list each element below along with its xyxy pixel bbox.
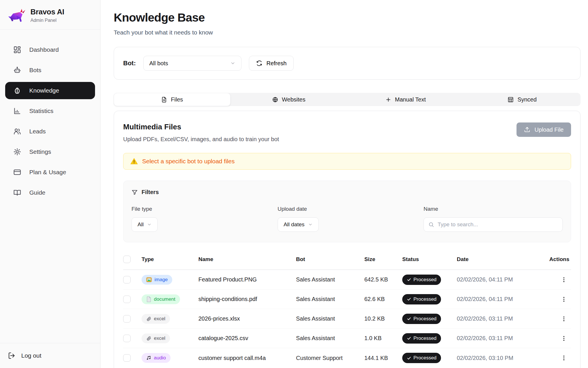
col-date: Date: [457, 256, 539, 262]
row-checkbox[interactable]: [123, 335, 131, 342]
bot-select-value: All bots: [149, 60, 168, 67]
plus-icon: [385, 97, 391, 103]
ellipsis-vertical-icon: [561, 335, 567, 342]
sidebar-item-guide[interactable]: Guide: [5, 184, 95, 201]
row-checkbox[interactable]: [123, 276, 131, 283]
bot-selector-label: Bot:: [123, 60, 136, 67]
row-checkbox[interactable]: [123, 354, 131, 362]
bull-logo-icon: [8, 8, 26, 23]
sidebar-item-statistics[interactable]: Statistics: [5, 102, 95, 120]
upload-date-label: Upload date: [278, 206, 417, 212]
status-badge: Processed: [402, 314, 441, 324]
sidebar-nav: Dashboard Bots Knowledge Statistics Lead…: [0, 30, 100, 343]
name-search-box: [423, 217, 563, 232]
music-icon: [146, 355, 151, 361]
select-bot-warning-banner: Select a specific bot to upload files: [123, 153, 571, 170]
row-checkbox[interactable]: [123, 296, 131, 303]
table-row: document shipping-conditions.pdf Sales A…: [123, 290, 571, 309]
multimedia-files-card: Multimedia Files Upload PDFs, Excel/CSV,…: [114, 111, 581, 368]
sidebar-item-label: Bots: [29, 67, 41, 74]
file-size: 62.6 KB: [364, 296, 402, 302]
row-actions-menu-button[interactable]: [561, 355, 571, 361]
file-bot: Sales Assistant: [296, 335, 364, 342]
upload-file-button[interactable]: Upload File: [517, 122, 571, 137]
files-table: Type Name Bot Size Status Date Actions i…: [123, 256, 571, 368]
row-actions-menu-button[interactable]: [561, 277, 571, 283]
type-badge: image: [142, 275, 172, 285]
sidebar-item-leads[interactable]: Leads: [5, 123, 95, 140]
chevron-down-icon: [308, 222, 313, 227]
check-icon: [407, 277, 411, 282]
name-filter-label: Name: [423, 206, 563, 212]
sidebar-item-knowledge[interactable]: Knowledge: [5, 82, 95, 99]
image-icon: [146, 277, 152, 283]
bot-select-dropdown[interactable]: All bots: [143, 56, 241, 71]
col-size: Size: [364, 256, 402, 262]
file-bot: Sales Assistant: [296, 276, 364, 283]
type-badge: audio: [142, 353, 171, 363]
tab-websites[interactable]: Websites: [231, 93, 347, 106]
upload-icon: [524, 126, 530, 133]
col-bot: Bot: [296, 256, 364, 262]
sidebar-item-label: Knowledge: [29, 87, 59, 94]
upload-button-label: Upload File: [535, 126, 564, 133]
tab-synced[interactable]: Synced: [464, 93, 581, 106]
check-icon: [407, 336, 411, 340]
table-row: audio customer support call.m4a Customer…: [123, 348, 571, 368]
filters-panel: Filters File type All Upload date All da…: [123, 181, 571, 242]
status-badge: Processed: [402, 275, 441, 285]
refresh-button[interactable]: Refresh: [249, 56, 294, 71]
section-subtitle: Upload PDFs, Excel/CSV, images, and audi…: [123, 136, 279, 143]
file-date: 02/02/2026, 04:11 PM: [457, 276, 539, 283]
sidebar-item-label: Guide: [29, 189, 45, 196]
row-checkbox[interactable]: [123, 315, 131, 323]
paperclip-icon: [146, 316, 151, 321]
files-table-header: Type Name Bot Size Status Date Actions: [123, 256, 571, 270]
file-size: 144.1 KB: [364, 355, 402, 361]
logout-label: Log out: [21, 352, 41, 359]
row-actions-menu-button[interactable]: [561, 335, 571, 342]
upload-date-select[interactable]: All dates: [278, 217, 319, 232]
sidebar-item-settings[interactable]: Settings: [5, 143, 95, 160]
col-type: Type: [142, 256, 198, 262]
chevron-down-icon: [230, 61, 235, 66]
tab-label: Synced: [517, 96, 537, 103]
ellipsis-vertical-icon: [561, 355, 567, 361]
sidebar-item-label: Plan & Usage: [29, 169, 66, 176]
book-open-icon: [13, 189, 21, 197]
table-icon: [508, 97, 514, 103]
search-icon: [428, 222, 434, 227]
file-type-select[interactable]: All: [131, 217, 158, 232]
tab-files[interactable]: Files: [114, 93, 231, 106]
select-all-checkbox[interactable]: [123, 256, 131, 263]
filters-title: Filters: [142, 189, 159, 195]
section-title: Multimedia Files: [123, 122, 279, 131]
brain-icon: [13, 87, 21, 95]
file-size: 1.0 KB: [364, 335, 402, 342]
document-icon: [146, 296, 151, 302]
row-actions-menu-button[interactable]: [561, 296, 571, 302]
knowledge-tabs: Files Websites Manual Text Synced: [114, 93, 581, 106]
tab-manual-text[interactable]: Manual Text: [347, 93, 464, 106]
filter-funnel-icon: [131, 189, 138, 195]
file-bot: Sales Assistant: [296, 296, 364, 302]
file-bot: Customer Support: [296, 355, 364, 361]
globe-icon: [272, 97, 278, 103]
bot-icon: [13, 66, 21, 74]
table-row: image Featured Product.PNG Sales Assista…: [123, 270, 571, 290]
logout-button[interactable]: Log out: [0, 343, 100, 368]
col-actions: Actions: [549, 256, 571, 262]
sidebar-item-dashboard[interactable]: Dashboard: [5, 41, 95, 58]
type-badge: excel: [142, 334, 170, 343]
name-search-input[interactable]: [438, 221, 558, 228]
table-row: excel 2026-prices.xlsx Sales Assistant 1…: [123, 309, 571, 329]
page-subtitle: Teach your bot what it needs to know: [114, 29, 581, 36]
row-actions-menu-button[interactable]: [561, 316, 571, 322]
table-row: excel catalogue-2025.csv Sales Assistant…: [123, 329, 571, 348]
sidebar-item-bots[interactable]: Bots: [5, 62, 95, 79]
sidebar-item-label: Statistics: [29, 108, 53, 114]
type-badge: document: [142, 294, 180, 304]
sidebar-item-plan-usage[interactable]: Plan & Usage: [5, 164, 95, 181]
main-content: Knowledge Base Teach your bot what it ne…: [100, 0, 588, 368]
type-badge: excel: [142, 314, 170, 324]
